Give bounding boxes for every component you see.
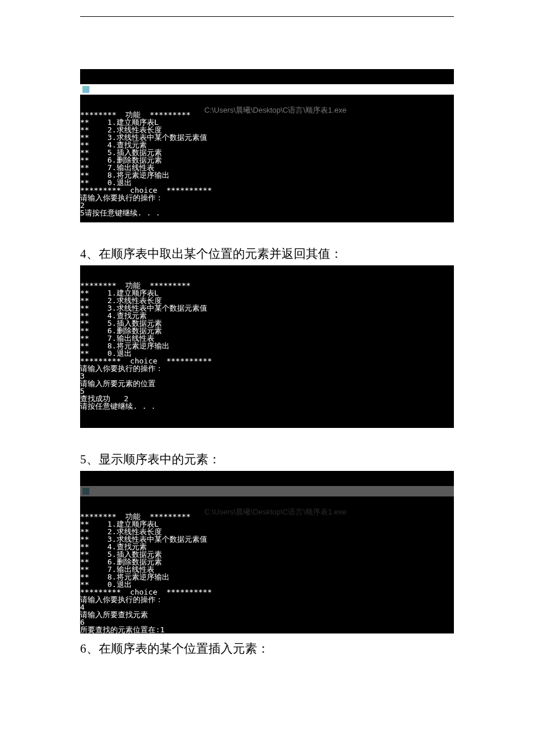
console-window-2: ******** 功能 ********* ** 1.建立顺序表L ** 2.求… (80, 265, 454, 428)
console-titlebar: C:\Users\晨曦\Desktop\C语言\顺序表1.exe (80, 84, 454, 95)
prompt-find: 请输入所要查找元素 (80, 610, 148, 619)
press-any-key: 请按任意键继续. . . (80, 633, 156, 633)
result-text: 所要查找的元素位置在:1 (80, 625, 165, 633)
console-window-1: C:\Users\晨曦\Desktop\C语言\顺序表1.exe *******… (80, 69, 454, 222)
output-value: 5 (80, 208, 85, 217)
system-icon (82, 488, 89, 495)
press-any-key: 请按任意键继续. . . (85, 208, 160, 217)
page-top-rule (80, 16, 454, 17)
prompt-operation: 请输入你要执行的操作： (80, 193, 163, 202)
titlebar-text: C:\Users\晨曦\Desktop\C语言\顺序表1.exe (204, 507, 347, 516)
console-titlebar-faded: C:\Users\晨曦\Desktop\C语言\顺序表1.exe (80, 486, 454, 496)
press-any-key: 请按任意键继续. . . (80, 402, 156, 411)
section-4: 4、在顺序表中取出某个位置的元素并返回其值： ******** 功能 *****… (80, 246, 454, 428)
section-console-1: C:\Users\晨曦\Desktop\C语言\顺序表1.exe *******… (80, 69, 454, 222)
heading-4: 4、在顺序表中取出某个位置的元素并返回其值： (80, 246, 454, 262)
system-icon (82, 86, 89, 93)
document-page: C:\Users\晨曦\Desktop\C语言\顺序表1.exe *******… (0, 16, 534, 756)
titlebar-text: C:\Users\晨曦\Desktop\C语言\顺序表1.exe (204, 106, 347, 114)
console-body-3: ******** 功能 ********* ** 1.建立顺序表L ** 2.求… (80, 512, 454, 633)
console-body-2: ******** 功能 ********* ** 1.建立顺序表L ** 2.求… (80, 280, 454, 411)
prompt-operation: 请输入你要执行的操作： (80, 595, 163, 604)
prompt-operation: 请输入你要执行的操作： (80, 364, 163, 373)
section-5: 5、显示顺序表中的元素： C:\Users\晨曦\Desktop\C语言\顺序表… (80, 451, 454, 657)
heading-5: 5、显示顺序表中的元素： (80, 451, 454, 467)
heading-6: 6、在顺序表的某个位置插入元素： (80, 640, 454, 657)
console-window-3: C:\Users\晨曦\Desktop\C语言\顺序表1.exe *******… (80, 471, 454, 633)
prompt-position: 请输入所要元素的位置 (80, 379, 156, 388)
